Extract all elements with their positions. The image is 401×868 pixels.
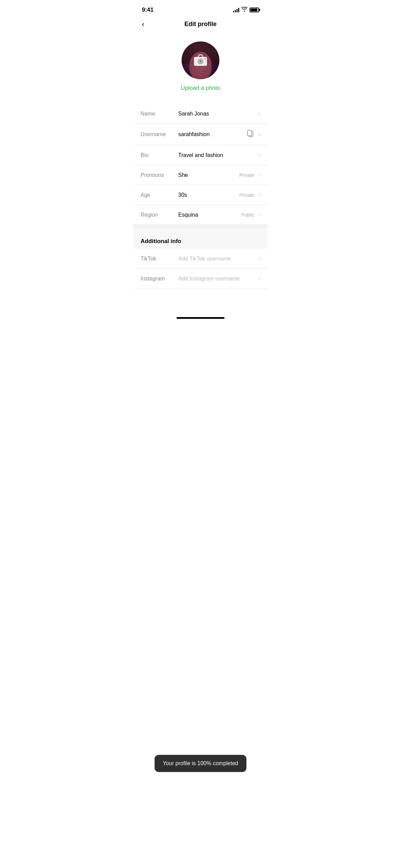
- copy-icon[interactable]: [247, 130, 254, 139]
- upload-photo-link[interactable]: Upload a photo: [181, 85, 220, 92]
- region-badge: Public: [241, 212, 254, 218]
- pronouns-badge: Private: [239, 172, 254, 178]
- page-title: Edit profile: [184, 21, 217, 28]
- tiktok-placeholder: Add TikTok username: [178, 256, 257, 262]
- instagram-placeholder: Add Instagram username: [178, 276, 257, 282]
- bio-label: Bio: [141, 152, 178, 158]
- username-row[interactable]: Username sarahfashion ›: [134, 124, 267, 145]
- instagram-row[interactable]: Instagram Add Instagram username ›: [134, 269, 267, 289]
- back-button[interactable]: ‹: [141, 19, 146, 30]
- pronouns-value: She: [178, 172, 239, 178]
- status-bar: 9:41: [134, 0, 267, 17]
- svg-point-2: [199, 60, 202, 63]
- username-label: Username: [141, 131, 178, 137]
- pronouns-label: Pronouns: [141, 172, 178, 178]
- region-row[interactable]: Region Esquina Public ›: [134, 205, 267, 225]
- signal-icon: [233, 8, 239, 12]
- chevron-right-icon: ›: [258, 171, 260, 179]
- battery-icon: [250, 8, 259, 12]
- age-value: 30s: [178, 192, 239, 198]
- profile-section: Upload a photo: [134, 31, 267, 98]
- section-divider: [134, 225, 267, 228]
- region-label: Region: [141, 212, 178, 218]
- additional-info-header: Additional info: [134, 228, 267, 249]
- chevron-right-icon: ›: [258, 110, 260, 117]
- chevron-right-icon: ›: [258, 211, 260, 218]
- status-time: 9:41: [142, 7, 154, 13]
- nav-bar: ‹ Edit profile: [134, 17, 267, 31]
- bio-value: Travel and fashion: [178, 152, 257, 158]
- status-icons: [233, 7, 259, 13]
- instagram-label: Instagram: [141, 276, 178, 282]
- name-label: Name: [141, 111, 178, 117]
- chevron-right-icon: ›: [258, 152, 260, 159]
- tiktok-row[interactable]: TikTok Add TikTok username ›: [134, 249, 267, 269]
- chevron-right-icon: ›: [258, 191, 260, 198]
- name-row[interactable]: Name Sarah Jonas ›: [134, 104, 267, 124]
- username-value: sarahfashion: [178, 131, 247, 137]
- chevron-right-icon: ›: [258, 131, 260, 138]
- chevron-right-icon: ›: [258, 255, 260, 262]
- svg-rect-5: [247, 130, 252, 136]
- camera-icon: [193, 54, 208, 67]
- wifi-icon: [241, 7, 247, 13]
- bio-row[interactable]: Bio Travel and fashion ›: [134, 145, 267, 165]
- region-value: Esquina: [178, 212, 241, 218]
- tiktok-label: TikTok: [141, 256, 178, 262]
- name-value: Sarah Jonas: [178, 111, 257, 117]
- home-indicator-area: [134, 302, 267, 323]
- chevron-right-icon: ›: [258, 275, 260, 282]
- age-badge: Private: [239, 192, 254, 198]
- age-row[interactable]: Age 30s Private ›: [134, 185, 267, 205]
- form-section: Name Sarah Jonas › Username sarahfashion…: [134, 104, 267, 225]
- home-indicator: [177, 317, 224, 319]
- svg-rect-3: [204, 58, 206, 59]
- avatar[interactable]: [182, 41, 219, 79]
- age-label: Age: [141, 192, 178, 198]
- pronouns-row[interactable]: Pronouns She Private ›: [134, 165, 267, 185]
